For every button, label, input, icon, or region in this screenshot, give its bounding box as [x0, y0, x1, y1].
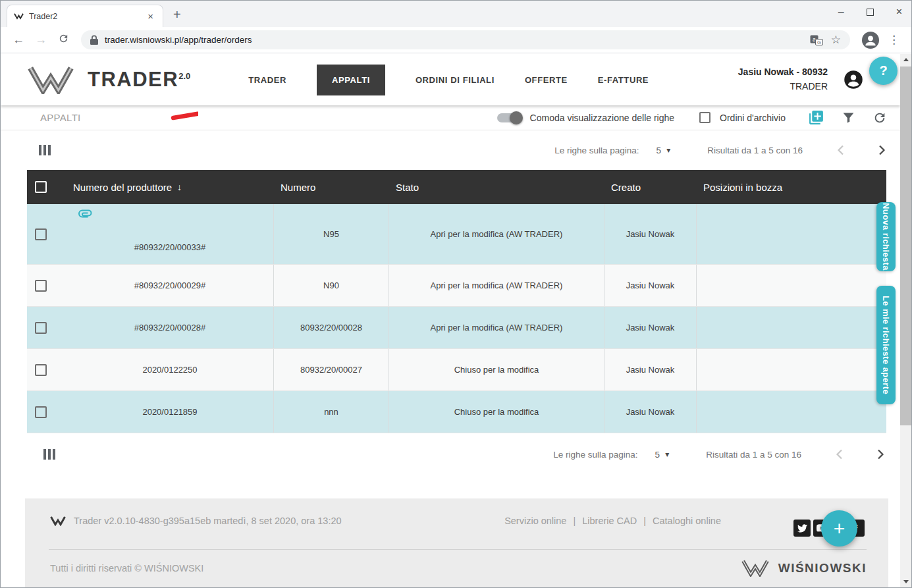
- filter-icon[interactable]: [842, 111, 855, 124]
- window-close-button[interactable]: ×: [896, 7, 902, 17]
- app-version: 2.0: [178, 71, 190, 81]
- app-title: TRADER2.0: [88, 68, 190, 92]
- row-checkbox[interactable]: [35, 280, 47, 292]
- created-by: Jasiu Nowak: [604, 307, 697, 348]
- favicon-w-icon: [14, 13, 24, 20]
- order-status: Apri per la modifica (AW TRADER): [389, 307, 604, 348]
- rows-per-page-select[interactable]: 5: [657, 146, 662, 155]
- window-controls: – ×: [838, 3, 902, 20]
- attachment-icon[interactable]: [77, 209, 94, 219]
- user-name: Jasiu Nowak - 80932: [738, 65, 828, 80]
- producer-number: #80932/20/00029#: [134, 281, 205, 290]
- next-page-icon[interactable]: [878, 145, 886, 155]
- row-checkbox[interactable]: [35, 364, 47, 376]
- twitter-icon[interactable]: [793, 520, 811, 537]
- nav-item-ordini-di-filiali[interactable]: ORDINI DI FILIALI: [416, 75, 495, 85]
- draft-positions: [697, 307, 886, 348]
- browser-menu-icon[interactable]: ⋮: [883, 33, 905, 47]
- caret-down-icon[interactable]: ▾: [666, 146, 670, 155]
- user-role: TRADER: [738, 80, 828, 94]
- row-checkbox[interactable]: [35, 228, 47, 240]
- column-header-status[interactable]: Stato: [389, 182, 604, 193]
- row-checkbox[interactable]: [35, 406, 47, 418]
- browser-toolbar: ← → trader.wisniowski.pl/app/trader/orde…: [1, 27, 911, 53]
- reload-icon[interactable]: [55, 33, 72, 47]
- link-librerie-cad[interactable]: Librerie CAD: [582, 516, 637, 526]
- column-header-producer-number[interactable]: Numero del produttore↓: [67, 182, 274, 193]
- nav-item-e-fatture[interactable]: E-FATTURE: [598, 75, 649, 85]
- account-icon[interactable]: [844, 70, 863, 90]
- column-header-created[interactable]: Creato: [604, 182, 697, 193]
- footer-w-icon: [50, 516, 66, 526]
- maximize-button[interactable]: [867, 9, 874, 16]
- table-row[interactable]: #80932/20/00033# N95 Apri per la modific…: [27, 204, 886, 265]
- order-status: Apri per la modifica (AW TRADER): [389, 265, 604, 306]
- rows-per-page-select[interactable]: 5: [655, 450, 660, 460]
- table-row[interactable]: #80932/20/00028# 80932/20/00028 Apri per…: [27, 307, 886, 349]
- lock-icon: [90, 35, 98, 45]
- order-number: N90: [274, 265, 389, 306]
- table-row[interactable]: 2020/0122250 80932/20/00027 Chiuso per l…: [27, 349, 886, 391]
- nav-item-appalti[interactable]: APPALTI: [317, 65, 385, 95]
- created-by: Jasiu Nowak: [604, 349, 697, 390]
- version-info: Trader v2.0.10-4830-g395a15eb martedì, 8…: [50, 516, 342, 526]
- table-row[interactable]: #80932/20/00029# N90 Apri per la modific…: [27, 265, 886, 307]
- comfy-rows-toggle[interactable]: [497, 113, 521, 122]
- browser-window: Trader2 × + – × ← → trader.wisniowski.pl…: [0, 0, 912, 588]
- column-header-draft-positions[interactable]: Posizioni in bozza: [697, 182, 886, 193]
- side-tab-my-open-requests[interactable]: Le mie richieste aperte: [876, 286, 896, 404]
- order-number: nnn: [274, 391, 389, 433]
- rows-per-page-label: Le righe sulla pagina:: [554, 146, 639, 155]
- new-tab-button[interactable]: +: [173, 8, 181, 21]
- refresh-icon[interactable]: [872, 111, 887, 125]
- wisniowski-w-logo-icon: [27, 65, 74, 94]
- sort-desc-icon: ↓: [177, 182, 182, 192]
- minimize-button[interactable]: –: [838, 7, 844, 17]
- back-icon[interactable]: ←: [10, 33, 27, 47]
- rows-per-page-label: Le righe sulla pagina:: [553, 450, 637, 460]
- link-cataloghi-online[interactable]: Cataloghi online: [653, 516, 721, 526]
- column-settings-icon[interactable]: [43, 449, 55, 460]
- address-bar[interactable]: trader.wisniowski.pl/app/trader/orders a…: [81, 30, 850, 49]
- forward-icon[interactable]: →: [32, 33, 49, 47]
- created-by: Jasiu Nowak: [604, 391, 697, 433]
- scrollbar-up-icon[interactable]: [900, 54, 911, 65]
- producer-number: 2020/0122250: [142, 365, 197, 375]
- footer-divider: [49, 549, 867, 550]
- caret-down-icon[interactable]: ▾: [665, 450, 669, 459]
- bookmark-star-icon[interactable]: ☆: [831, 33, 841, 47]
- app-logo: TRADER2.0: [27, 65, 190, 94]
- column-header-number[interactable]: Numero: [274, 182, 389, 193]
- row-checkbox[interactable]: [35, 322, 47, 334]
- table-header-row: Numero del produttore↓ Numero Stato Crea…: [27, 170, 886, 204]
- link-servizio-online[interactable]: Servizio online: [504, 516, 566, 526]
- add-to-list-icon[interactable]: [808, 109, 824, 126]
- draft-positions: [697, 204, 886, 264]
- toggle-knob: [510, 111, 523, 124]
- help-button[interactable]: ?: [869, 57, 898, 85]
- archive-orders-checkbox[interactable]: [699, 112, 711, 123]
- list-toolbar: APPALTI Comoda visualizzazione delle rig…: [1, 105, 900, 130]
- next-page-icon[interactable]: [877, 449, 884, 460]
- order-status: Chiuso per la modifica: [389, 391, 604, 433]
- scrollbar-thumb[interactable]: [900, 67, 911, 425]
- floating-add-button[interactable]: +: [821, 510, 857, 547]
- archive-orders-label: Ordini d'archivio: [720, 113, 786, 123]
- svg-text:G: G: [817, 39, 821, 45]
- translate-icon[interactable]: aG: [810, 34, 823, 47]
- nav-item-trader[interactable]: TRADER: [248, 75, 286, 85]
- tab-close-icon[interactable]: ×: [145, 10, 156, 22]
- page-scrollbar[interactable]: [900, 54, 911, 587]
- select-all-checkbox[interactable]: [35, 181, 47, 193]
- browser-tab[interactable]: Trader2 ×: [7, 5, 163, 27]
- nav-item-offerte[interactable]: OFFERTE: [525, 75, 568, 85]
- brand-name: WIŚNIOWSKI: [778, 561, 867, 575]
- profile-avatar-icon[interactable]: [862, 32, 879, 49]
- side-tab-new-request[interactable]: Nuova richiesta: [876, 202, 896, 271]
- results-count: Risultati da 1 a 5 con 16: [707, 146, 803, 155]
- prev-page-icon[interactable]: [837, 145, 844, 155]
- column-settings-icon[interactable]: [39, 145, 51, 155]
- table-row[interactable]: 2020/0121859 nnn Chiuso per la modifica …: [27, 391, 886, 433]
- scrollbar-down-icon[interactable]: [900, 576, 911, 587]
- prev-page-icon[interactable]: [836, 449, 843, 460]
